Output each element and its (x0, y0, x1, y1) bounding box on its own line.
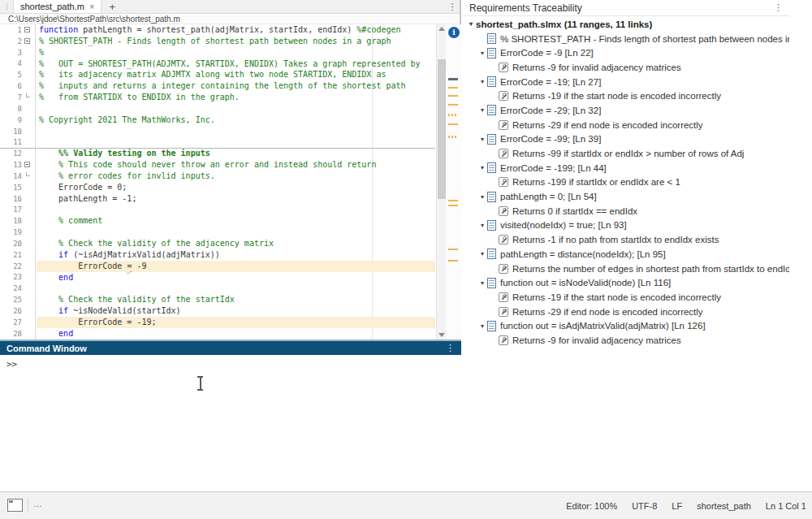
fold-end-icon[interactable] (26, 93, 30, 97)
collapse-icon[interactable]: ▾ (477, 322, 487, 330)
line-number[interactable]: 21 (0, 251, 22, 259)
code-editor[interactable]: 1234567891011121314151617181920212223242… (0, 24, 461, 340)
line-number[interactable]: 27 (0, 318, 22, 327)
code-fold-icon[interactable] (24, 27, 30, 32)
code-line[interactable]: % Check the validity of the adjacency ma… (37, 238, 435, 249)
fold-column[interactable] (22, 58, 35, 70)
fold-column[interactable] (22, 294, 35, 305)
code-line[interactable]: % Check the validity of the startIdx (37, 294, 435, 305)
fold-column[interactable] (22, 103, 35, 115)
code-area[interactable]: function pathLength = shortest_path(adjM… (37, 24, 435, 340)
tree-link-item[interactable]: Returns -199 if startIdx or endIdx are <… (463, 175, 789, 190)
info-icon[interactable]: i (448, 27, 460, 38)
tree-link-item[interactable]: Returns -9 for invalid adjacency matrice… (463, 333, 789, 348)
tree-range-item[interactable]: ▾function out = isAdjMatrixValid(adjMatr… (463, 318, 789, 333)
gutter-line[interactable]: 6 (0, 80, 35, 92)
line-number[interactable]: 11 (0, 138, 22, 146)
gutter-line[interactable]: 11 (0, 136, 35, 148)
line-number[interactable]: 12 (0, 149, 22, 158)
new-tab-button[interactable]: + (102, 0, 123, 13)
tree-link-item[interactable]: Returns -19 if the start node is encoded… (463, 89, 789, 103)
fold-column[interactable] (22, 305, 35, 317)
fold-column[interactable] (22, 80, 35, 92)
code-line[interactable]: % SHORTEST_PATH - Finds length of shorte… (37, 36, 435, 47)
code-line[interactable]: % comment (37, 215, 435, 227)
code-line[interactable]: ErrorCode = 0; (37, 182, 435, 193)
indicator-marker-wavy[interactable] (448, 114, 458, 116)
gutter-line[interactable]: 10 (0, 126, 35, 137)
tree-root[interactable]: ▾shortest_path.slmx (11 ranges, 11 links… (463, 17, 789, 32)
gutter-line[interactable]: 28 (0, 328, 35, 340)
editor-gutter[interactable]: 1234567891011121314151617181920212223242… (0, 24, 36, 340)
fold-column[interactable] (22, 317, 35, 328)
fold-column[interactable] (22, 159, 35, 171)
line-number[interactable]: 28 (0, 330, 22, 338)
tree-range-item[interactable]: ▾ErrorCode = -19; [Ln 27] (463, 75, 789, 89)
gutter-line[interactable]: 4 (0, 58, 35, 70)
status-more-icon[interactable]: … (33, 499, 44, 508)
line-number[interactable]: 16 (0, 195, 22, 203)
tree-link-item[interactable]: Returns the number of edges in shortest … (463, 262, 789, 276)
indicator-marker-wavy[interactable] (448, 136, 458, 138)
tree-range-item[interactable]: ▾pathLength = distance(nodeIdx); [Ln 95] (463, 247, 789, 262)
requirements-tree[interactable]: ▾shortest_path.slmx (11 ranges, 11 links… (463, 17, 789, 491)
gutter-line[interactable]: 9 (0, 115, 35, 126)
line-number[interactable]: 20 (0, 240, 22, 248)
code-line[interactable]: ErrorCode = -19; (37, 317, 435, 328)
code-fold-icon[interactable] (24, 162, 30, 167)
indicator-marker-warn[interactable] (448, 205, 458, 206)
code-line[interactable]: % error codes for invlid inputs. (37, 171, 435, 182)
code-line[interactable]: % inputs and returns a integer containin… (37, 80, 435, 92)
code-line[interactable]: end (37, 272, 435, 283)
code-line[interactable]: ErrorCode = -9 (37, 261, 435, 272)
line-number[interactable]: 7 (0, 93, 22, 102)
tree-range-item[interactable]: ▾ErrorCode = -199; [Ln 44] (463, 161, 789, 175)
line-number[interactable]: 17 (0, 205, 22, 214)
code-line[interactable]: pathLength = -1; (37, 193, 435, 205)
gutter-line[interactable]: 13 (0, 159, 35, 171)
indicator-marker-warn[interactable] (448, 104, 458, 106)
gutter-line[interactable]: 8 (0, 103, 35, 115)
fold-column[interactable] (22, 238, 35, 249)
tree-range-item[interactable]: ▾% SHORTEST_PATH - Finds length of short… (463, 32, 789, 46)
code-line[interactable] (37, 126, 435, 137)
gutter-line[interactable]: 15 (0, 182, 35, 193)
fold-column[interactable] (22, 215, 35, 227)
code-line[interactable]: % (37, 47, 435, 58)
gutter-line[interactable]: 7 (0, 92, 35, 103)
gutter-line[interactable]: 20 (0, 238, 35, 249)
line-number[interactable]: 1 (0, 26, 22, 34)
fold-column[interactable] (22, 171, 35, 182)
gutter-line[interactable]: 25 (0, 294, 35, 305)
indicator-marker-warn[interactable] (448, 260, 458, 262)
gutter-line[interactable]: 27 (0, 317, 35, 328)
fold-column[interactable] (22, 47, 35, 58)
fold-column[interactable] (22, 136, 35, 148)
code-line[interactable]: % This code should never throw an error … (37, 159, 435, 171)
fold-column[interactable] (22, 92, 35, 103)
line-number[interactable]: 4 (0, 59, 22, 67)
fold-column[interactable] (22, 261, 35, 272)
indicator-marker-warn[interactable] (448, 249, 458, 250)
collapse-icon[interactable]: ▾ (477, 164, 487, 171)
code-line[interactable] (37, 283, 435, 294)
requirements-menu-icon[interactable]: ⋮ (774, 2, 789, 13)
line-number[interactable]: 13 (0, 161, 22, 169)
gutter-line[interactable]: 22 (0, 261, 35, 272)
indicator-marker-dark[interactable] (448, 78, 458, 80)
line-number[interactable]: 2 (0, 37, 22, 45)
gutter-line[interactable]: 18 (0, 215, 35, 227)
gutter-line[interactable]: 17 (0, 205, 35, 216)
code-line[interactable]: if (~isAdjMatrixValid(adjMatrix)) (37, 249, 435, 261)
tree-range-item[interactable]: ▾pathLength = 0; [Ln 54] (463, 189, 789, 204)
gutter-line[interactable]: 16 (0, 193, 35, 205)
tree-link-item[interactable]: Returns 0 if startIdx == endIdx (463, 204, 789, 218)
line-number[interactable]: 3 (0, 49, 22, 57)
gutter-line[interactable]: 2 (0, 36, 35, 47)
collapse-icon[interactable]: ▾ (477, 78, 487, 85)
code-line[interactable]: if ~isNodeValid(startIdx) (37, 305, 435, 317)
gutter-line[interactable]: 5 (0, 69, 35, 80)
gutter-line[interactable]: 19 (0, 227, 35, 238)
tab-bar-menu-icon[interactable]: ⋮ (445, 0, 460, 13)
collapse-icon[interactable]: ▾ (466, 20, 476, 28)
